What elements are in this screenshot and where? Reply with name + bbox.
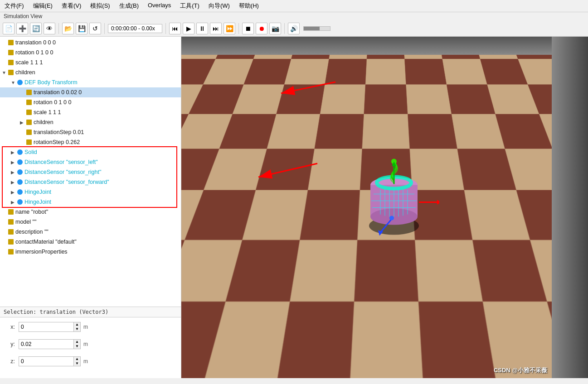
revert-btn[interactable]: ↺: [89, 23, 101, 34]
tree-item-t5[interactable]: ▼DEF Body Transform: [0, 77, 181, 87]
menu-edit[interactable]: 编辑(E): [31, 1, 54, 10]
y-input[interactable]: [19, 340, 73, 348]
tree-label: immersionProperties: [15, 249, 68, 255]
tree-arrow[interactable]: ▶: [11, 170, 17, 175]
volume-slider[interactable]: [303, 26, 330, 31]
tree-label: DistanceSensor "sensor_forward": [24, 179, 109, 185]
tree-item-t12[interactable]: ▶Solid: [0, 147, 181, 157]
tree-label: DistanceSensor "sensor_left": [24, 159, 98, 165]
menu-wizard[interactable]: 向导(W): [207, 1, 232, 10]
z-input[interactable]: [19, 357, 73, 365]
tree-arrow[interactable]: ▶: [11, 160, 17, 165]
refresh-btn[interactable]: 🔄: [30, 23, 42, 34]
circle-icon: [17, 189, 23, 195]
tree-arrow[interactable]: ▶: [11, 180, 17, 185]
tree-label: DEF Body Transform: [24, 79, 78, 86]
y-spin-up[interactable]: ▲: [74, 340, 80, 344]
x-label: x:: [4, 324, 15, 330]
menu-simulate[interactable]: 模拟(S): [88, 1, 112, 10]
rewind-btn[interactable]: ⏮: [169, 23, 181, 34]
robot-svg: [349, 135, 439, 244]
screenshot-btn[interactable]: 📷: [269, 23, 281, 34]
tree-item-t4[interactable]: ▼children: [0, 67, 181, 77]
tree-item-t8[interactable]: scale 1 1 1: [0, 107, 181, 117]
tree-indent: [2, 119, 20, 125]
y-input-wrap: ▲ ▼: [19, 339, 81, 349]
tree-arrow[interactable]: ▼: [11, 80, 17, 85]
y-spin-down[interactable]: ▼: [74, 344, 80, 349]
tree-item-t14[interactable]: ▶DistanceSensor "sensor_right": [0, 167, 181, 177]
stop-btn[interactable]: ⏹: [242, 23, 254, 34]
tree-arrow[interactable]: ▶: [11, 190, 17, 195]
x-spin-up[interactable]: ▲: [74, 322, 80, 327]
tree-label: translation 0 0.02 0: [34, 89, 82, 96]
circle-icon: [17, 169, 23, 175]
tree-item-t20[interactable]: description "": [0, 227, 181, 237]
open-btn[interactable]: 📂: [62, 23, 74, 34]
tree-item-t13[interactable]: ▶DistanceSensor "sensor_left": [0, 157, 181, 167]
tree-item-t18[interactable]: name "robot": [0, 207, 181, 217]
z-spin-down[interactable]: ▼: [74, 361, 80, 366]
origin-sphere: [389, 216, 394, 221]
tree-arrow[interactable]: ▶: [11, 150, 17, 155]
z-row: z: ▲ ▼ m: [4, 356, 177, 366]
x-row: x: ▲ ▼ m: [4, 322, 177, 332]
robot-container: [349, 135, 439, 245]
viewport[interactable]: CSDN @小雅不采薇: [181, 37, 588, 378]
tree-item-t22[interactable]: immersionProperties: [0, 247, 181, 257]
add-btn[interactable]: ➕: [16, 23, 28, 34]
props-panel: x: ▲ ▼ m y: ▲ ▼: [0, 317, 181, 378]
sep2: [104, 23, 105, 34]
sq-icon: [26, 139, 32, 145]
tree-arrow[interactable]: ▶: [11, 200, 17, 205]
tree-item-t16[interactable]: ▶HingeJoint: [0, 187, 181, 197]
tree-indent: [2, 99, 20, 106]
tree-item-t21[interactable]: contactMaterial "default": [0, 237, 181, 247]
menu-tools[interactable]: 工具(T): [178, 1, 201, 10]
tree-item-t6[interactable]: translation 0 0.02 0: [0, 87, 181, 97]
mute-btn[interactable]: 🔊: [288, 23, 300, 34]
menu-build[interactable]: 生成(B): [117, 1, 141, 10]
tree-item-t15[interactable]: ▶DistanceSensor "sensor_forward": [0, 177, 181, 187]
sep5: [284, 23, 285, 34]
step-btn[interactable]: ▶: [183, 23, 194, 34]
record-btn[interactable]: ⏺: [256, 23, 267, 34]
tree-item-t3[interactable]: scale 1 1 1: [0, 58, 181, 67]
x-input[interactable]: [19, 323, 73, 331]
tree-arrow[interactable]: ▶: [20, 120, 26, 125]
circle-icon: [17, 199, 23, 205]
tree-item-t2[interactable]: rotation 0 1 0 0: [0, 48, 181, 58]
menu-view[interactable]: 查看(V): [60, 1, 83, 10]
tree-item-t10[interactable]: translationStep 0.01: [0, 127, 181, 137]
sq-icon: [26, 100, 32, 105]
menu-bar: 文件(F) 编辑(E) 查看(V) 模拟(S) 生成(B) Overlays 工…: [0, 0, 588, 12]
fastfast-btn[interactable]: ⏩: [224, 23, 235, 34]
menu-help[interactable]: 帮助(H): [237, 1, 261, 10]
tree-label: description "": [15, 229, 49, 235]
new-btn[interactable]: 📄: [3, 23, 15, 34]
save-btn[interactable]: 💾: [76, 23, 87, 34]
tree-arrow[interactable]: ▼: [2, 70, 8, 75]
fast-btn[interactable]: ⏭: [210, 23, 222, 34]
menu-file[interactable]: 文件(F): [3, 1, 26, 10]
tree-item-t19[interactable]: model "": [0, 217, 181, 227]
sq-icon: [8, 40, 14, 45]
sep4: [238, 23, 239, 34]
tree-item-t11[interactable]: rotationStep 0.262: [0, 137, 181, 147]
tree-label: model "": [15, 219, 36, 225]
tree-item-t1[interactable]: translation 0 0 0: [0, 38, 181, 48]
tree-label: scale 1 1 1: [15, 59, 43, 66]
tree-area[interactable]: translation 0 0 0 rotation 0 1 0 0 scale…: [0, 37, 181, 307]
tree-item-t17[interactable]: ▶HingeJoint: [0, 197, 181, 207]
tree-item-t9[interactable]: ▶children: [0, 117, 181, 127]
tree-item-t7[interactable]: rotation 0 1 0 0: [0, 97, 181, 107]
pause-btn[interactable]: ⏸: [196, 23, 208, 34]
z-spin-up[interactable]: ▲: [74, 357, 80, 361]
menu-overlays[interactable]: Overlays: [146, 1, 173, 10]
tree-label: DistanceSensor "sensor_right": [24, 169, 101, 175]
y-spinner: ▲ ▼: [73, 340, 80, 349]
wall-right: [552, 37, 588, 378]
x-spin-down[interactable]: ▼: [74, 327, 80, 331]
circle-icon: [17, 179, 23, 185]
eye-btn[interactable]: 👁: [44, 23, 55, 34]
